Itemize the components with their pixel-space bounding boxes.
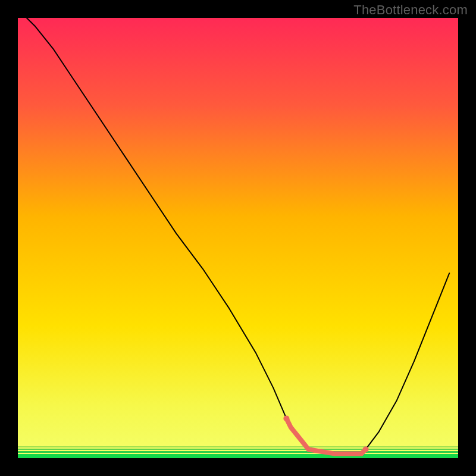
optimal-range-start-dot: [283, 415, 289, 421]
chart-container: TheBottleneck.com: [0, 0, 476, 476]
watermark-text: TheBottleneck.com: [353, 2, 468, 18]
plot-area: [18, 18, 458, 458]
plot-svg: [18, 18, 458, 458]
green-band: [18, 18, 458, 458]
optimal-range-end-dot: [363, 446, 369, 452]
